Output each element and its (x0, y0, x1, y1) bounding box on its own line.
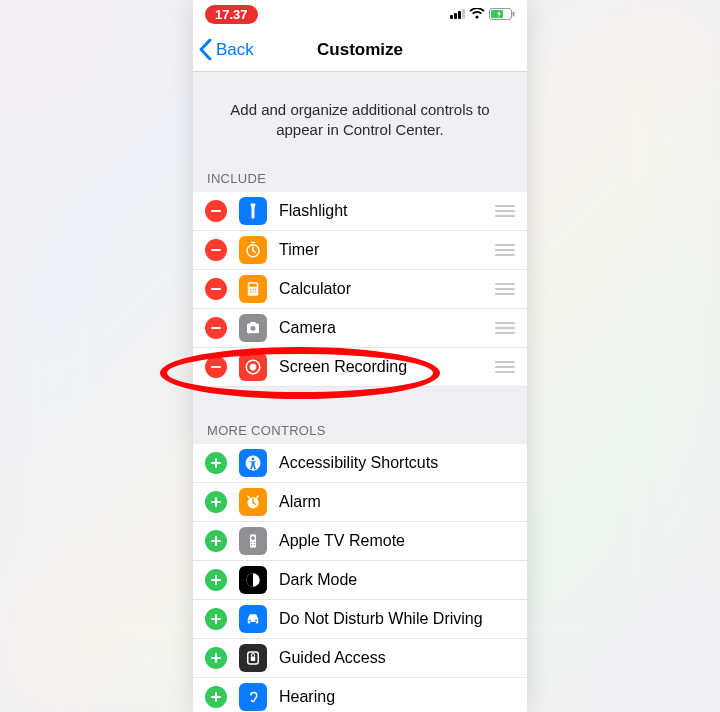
row-guided-access[interactable]: Guided Access (193, 639, 527, 678)
row-timer[interactable]: Timer (193, 231, 527, 270)
svg-point-20 (251, 541, 252, 542)
cell-signal-icon (449, 9, 465, 19)
drag-handle[interactable] (493, 322, 515, 334)
section-header-more: More Controls (193, 415, 527, 444)
row-dnd-driving[interactable]: Do Not Disturb While Driving (193, 600, 527, 639)
row-label: Timer (279, 241, 493, 259)
row-label: Alarm (279, 493, 515, 511)
apple-tv-remote-icon (239, 527, 267, 555)
row-calculator[interactable]: Calculator (193, 270, 527, 309)
accessibility-icon (239, 449, 267, 477)
add-button[interactable] (205, 686, 227, 708)
status-indicators (449, 8, 515, 20)
add-button[interactable] (205, 491, 227, 513)
page-title: Customize (317, 40, 403, 60)
remove-button[interactable] (205, 278, 227, 300)
svg-point-14 (250, 363, 257, 370)
camera-icon (239, 314, 267, 342)
chevron-left-icon (199, 39, 212, 60)
remove-button[interactable] (205, 239, 227, 261)
drag-handle[interactable] (493, 205, 515, 217)
section-header-include: Include (193, 163, 527, 192)
svg-point-10 (252, 291, 254, 293)
drag-handle[interactable] (493, 361, 515, 373)
svg-point-12 (251, 325, 256, 330)
svg-point-8 (255, 288, 257, 290)
svg-point-25 (249, 619, 251, 621)
back-label: Back (216, 40, 254, 60)
svg-point-6 (250, 288, 252, 290)
status-time-pill: 17.37 (205, 5, 258, 24)
section-gap (193, 387, 527, 415)
row-label: Flashlight (279, 202, 493, 220)
row-camera[interactable]: Camera (193, 309, 527, 348)
remove-button[interactable] (205, 356, 227, 378)
svg-point-9 (250, 291, 252, 293)
row-label: Accessibility Shortcuts (279, 454, 515, 472)
screen-recording-icon (239, 353, 267, 381)
add-button[interactable] (205, 647, 227, 669)
calculator-icon (239, 275, 267, 303)
row-label: Hearing (279, 688, 515, 706)
svg-point-26 (255, 619, 257, 621)
svg-point-7 (252, 288, 254, 290)
remove-button[interactable] (205, 200, 227, 222)
wifi-icon (469, 8, 485, 20)
svg-rect-28 (251, 656, 256, 661)
svg-rect-5 (249, 283, 257, 286)
row-alarm[interactable]: Alarm (193, 483, 527, 522)
row-label: Dark Mode (279, 571, 515, 589)
row-label: Apple TV Remote (279, 532, 515, 550)
add-button[interactable] (205, 452, 227, 474)
row-flashlight[interactable]: Flashlight (193, 192, 527, 231)
alarm-icon (239, 488, 267, 516)
row-label: Calculator (279, 280, 493, 298)
add-button[interactable] (205, 608, 227, 630)
svg-point-23 (254, 544, 255, 545)
row-label: Screen Recording (279, 358, 493, 376)
row-dark-mode[interactable]: Dark Mode (193, 561, 527, 600)
flashlight-icon (239, 197, 267, 225)
svg-point-22 (251, 544, 252, 545)
dark-mode-icon (239, 566, 267, 594)
svg-point-16 (252, 457, 255, 460)
hearing-icon (239, 683, 267, 711)
drag-handle[interactable] (493, 283, 515, 295)
svg-point-19 (251, 536, 255, 540)
nav-bar: Back Customize (193, 28, 527, 72)
battery-icon (489, 8, 515, 20)
timer-icon (239, 236, 267, 264)
row-apple-tv-remote[interactable]: Apple TV Remote (193, 522, 527, 561)
drag-handle[interactable] (493, 244, 515, 256)
svg-point-11 (255, 291, 257, 293)
row-accessibility-shortcuts[interactable]: Accessibility Shortcuts (193, 444, 527, 483)
svg-rect-2 (513, 12, 515, 17)
row-label: Guided Access (279, 649, 515, 667)
svg-point-21 (254, 541, 255, 542)
header-description: Add and organize additional controls to … (193, 72, 527, 163)
add-button[interactable] (205, 569, 227, 591)
row-hearing[interactable]: Hearing (193, 678, 527, 713)
row-screen-recording[interactable]: Screen Recording (193, 348, 527, 387)
guided-access-icon (239, 644, 267, 672)
row-label: Do Not Disturb While Driving (279, 610, 515, 628)
car-icon (239, 605, 267, 633)
row-label: Camera (279, 319, 493, 337)
add-button[interactable] (205, 530, 227, 552)
remove-button[interactable] (205, 317, 227, 339)
status-bar: 17.37 (193, 0, 527, 28)
back-button[interactable]: Back (199, 39, 254, 60)
phone-screen: 17.37 Back Customize Add and organize ad… (193, 0, 527, 712)
